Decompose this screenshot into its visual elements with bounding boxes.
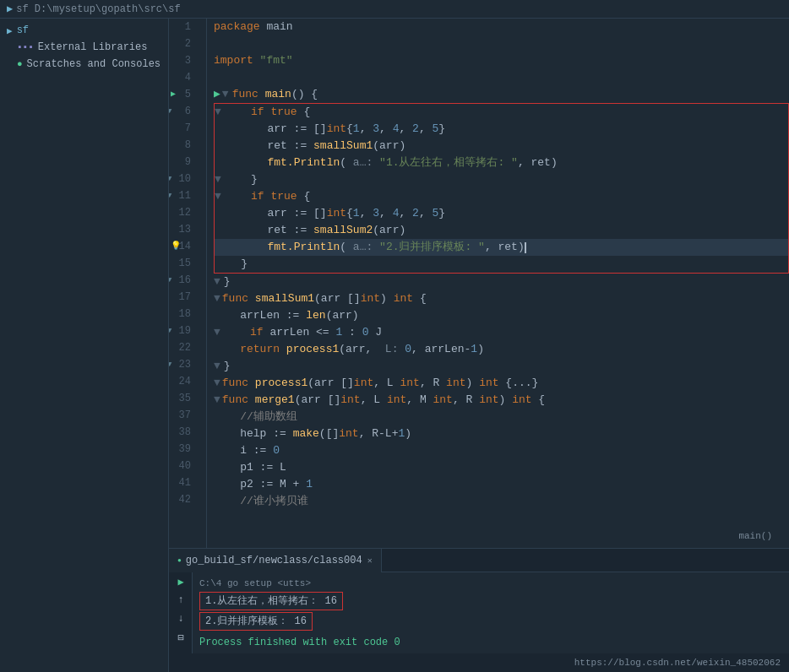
code-line-39: i := 0 xyxy=(214,442,789,459)
code-line-4 xyxy=(214,69,789,86)
code-line-42: //谁小拷贝谁 xyxy=(214,493,789,510)
ln-16: ▼ 16 xyxy=(169,272,198,289)
status-bar: https://blog.csdn.net/weixin_48502062 xyxy=(169,653,789,672)
line-numbers: 1 2 3 4 ▶ 5 ▼ 6 7 8 9 ▼ 10 xyxy=(169,19,207,548)
sidebar-item-ext-libs[interactable]: ▪▪▪ External Libraries xyxy=(0,39,168,56)
code-line-41: p2 := M + 1 xyxy=(214,476,789,493)
cmd-line: C:\4 go setup <utts> xyxy=(199,576,782,591)
run-dot: ● xyxy=(177,556,182,564)
ln-42: 42 xyxy=(169,491,198,508)
sidebar-item-scratches[interactable]: ● Scratches and Consoles xyxy=(0,56,168,73)
ln-14: 💡 14 xyxy=(169,238,198,255)
ln-3: 3 xyxy=(169,52,198,69)
code-line-5: ▶ ▼ func main() { xyxy=(214,86,789,103)
ln-9: 9 xyxy=(169,154,198,171)
run-play-button[interactable]: ▶ xyxy=(169,572,193,591)
ln-18: 18 xyxy=(169,306,198,322)
run-panel: ● go_build_sf/newclass/class004 ✕ ▶ ↑ ↓ … xyxy=(169,548,789,653)
code-line-11: ▼ if true { xyxy=(215,188,788,205)
ln-22: 22 xyxy=(169,339,198,356)
code-line-7: arr := []int{1, 3, 4, 2, 5} xyxy=(215,121,788,138)
code-line-17: ▼ func smallSum1(arr []int) int { xyxy=(214,290,789,307)
title-path: sf D:\mysetup\gopath\src\sf xyxy=(16,3,180,15)
ln-23: ▼ 23 xyxy=(169,356,198,373)
ln-40: 40 xyxy=(169,458,198,474)
editor-area: 1 2 3 4 ▶ 5 ▼ 6 7 8 9 ▼ 10 xyxy=(169,19,789,672)
run-down-button[interactable]: ↓ xyxy=(169,610,193,628)
run-tab-bar: ● go_build_sf/newclass/class004 ✕ xyxy=(169,549,789,572)
fold-icon-6[interactable]: ▼ xyxy=(169,103,171,120)
ln-8: 8 xyxy=(169,137,198,154)
ln-38: 38 xyxy=(169,424,198,441)
fold-icon-23[interactable]: ▼ xyxy=(169,356,171,373)
output-line-2: 2.归并排序模板： 16 xyxy=(199,612,313,631)
csdn-link: https://blog.csdn.net/weixin_48502062 xyxy=(574,658,781,668)
folder-arrow-icon: ▶ xyxy=(7,25,13,36)
scratches-label: Scratches and Consoles xyxy=(27,58,161,70)
code-editor[interactable]: 1 2 3 4 ▶ 5 ▼ 6 7 8 9 ▼ 10 xyxy=(169,19,789,548)
code-line-24: ▼ func process1(arr []int, L int, R int)… xyxy=(214,375,789,392)
ln-7: 7 xyxy=(169,120,198,137)
fold-icon-11[interactable]: ▼ xyxy=(169,187,171,204)
run-controls: ▶ ↑ ↓ ⊟ xyxy=(169,572,193,653)
code-line-18: arrLen := len(arr) xyxy=(214,307,789,324)
ln-37: 37 xyxy=(169,407,198,424)
sidebar: ▶ sf ▪▪▪ External Libraries ● Scratches … xyxy=(0,19,169,672)
code-line-19: ▼ if arrLen <= 1 : 0 J xyxy=(214,324,789,341)
code-line-40: p1 := L xyxy=(214,459,789,476)
console-icon: ● xyxy=(17,59,23,69)
fold-icon-16[interactable]: ▼ xyxy=(169,272,171,289)
run-tab[interactable]: ● go_build_sf/newclass/class004 ✕ xyxy=(169,549,382,572)
folder-icon: ▶ xyxy=(7,3,13,15)
code-line-35: ▼ func merge1(arr []int, L int, M int, R… xyxy=(214,392,789,409)
ln-35: 35 xyxy=(169,390,198,407)
output-line-1: 1.从左往右，相等拷右： 16 xyxy=(199,592,343,610)
run-tab-label: go_build_sf/newclass/class004 xyxy=(186,555,362,566)
ext-lib-icon: ▪▪▪ xyxy=(17,42,34,52)
ln-1: 1 xyxy=(169,19,198,35)
ln-13: 13 xyxy=(169,221,198,238)
ln-12: 12 xyxy=(169,204,198,221)
sf-folder-label: sf xyxy=(17,24,29,36)
ln-24: 24 xyxy=(169,373,198,390)
code-line-6: ▼ if true { xyxy=(215,104,788,121)
ln-10: ▼ 10 xyxy=(169,171,198,187)
ln-41: 41 xyxy=(169,474,198,491)
close-tab-button[interactable]: ✕ xyxy=(367,555,373,566)
code-line-3: import "fmt" xyxy=(214,52,789,69)
run-output: C:\4 go setup <utts> 1.从左往右，相等拷右： 16 2.归… xyxy=(193,572,789,653)
ln-15: 15 xyxy=(169,255,198,272)
code-line-23: ▼ } xyxy=(214,358,789,375)
code-line-22: return process1(arr, L: 0, arrLen-1) xyxy=(214,341,789,358)
code-line-13: ret := smallSum2(arr) xyxy=(215,222,788,239)
code-line-14: fmt.Println( a…: "2.归并排序模板: ", ret) xyxy=(215,239,788,256)
code-line-37: //辅助数组 xyxy=(214,409,789,425)
output-text-2: 2.归并排序模板： 16 xyxy=(205,615,307,627)
code-line-15: } xyxy=(215,256,788,273)
fold-icon-10[interactable]: ▼ xyxy=(169,171,171,187)
code-content[interactable]: package main import "fmt" ▶ ▼ func main(… xyxy=(207,19,789,548)
run-icon-5[interactable]: ▶ xyxy=(171,86,176,103)
highlighted-block: ▼ if true { arr := []int{1, 3, 4, 2, 5} … xyxy=(214,103,789,274)
code-line-8: ret := smallSum1(arr) xyxy=(215,138,788,154)
main-layout: ▶ sf ▪▪▪ External Libraries ● Scratches … xyxy=(0,19,789,672)
code-line-9: fmt.Println( a…: "1.从左往右，相等拷右: ", ret) xyxy=(215,154,788,171)
ln-19: ▼ 19 xyxy=(169,322,198,339)
run-stop-button[interactable]: ⊟ xyxy=(169,628,193,647)
cursor xyxy=(525,242,526,253)
ln-2: 2 xyxy=(169,35,198,52)
output-text-1: 1.从左往右，相等拷右： 16 xyxy=(205,595,337,607)
run-up-button[interactable]: ↑ xyxy=(169,591,193,610)
process-finished: Process finished with exit code 0 xyxy=(199,635,782,650)
ln-5: ▶ 5 xyxy=(169,86,198,103)
ln-4: 4 xyxy=(169,69,198,86)
code-line-10: ▼ } xyxy=(215,171,788,188)
ln-17: 17 xyxy=(169,289,198,306)
ext-libs-label: External Libraries xyxy=(38,41,148,53)
run-output-area: ▶ ↑ ↓ ⊟ C:\4 go setup <utts> 1.从左往右，相等拷右… xyxy=(169,572,789,653)
fold-icon-19[interactable]: ▼ xyxy=(169,322,171,339)
bulb-icon-14[interactable]: 💡 xyxy=(171,238,181,255)
sidebar-item-sf[interactable]: ▶ sf xyxy=(0,22,168,39)
scrollbar-label: main() xyxy=(738,531,772,541)
ln-6: ▼ 6 xyxy=(169,103,198,120)
